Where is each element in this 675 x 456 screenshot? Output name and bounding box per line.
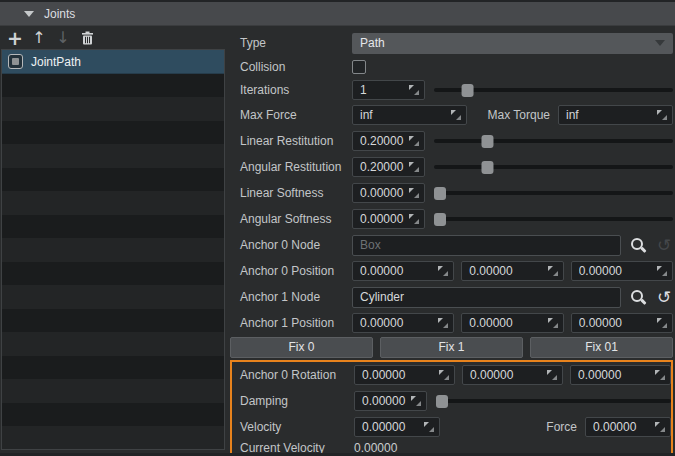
damping-slider[interactable]	[436, 395, 671, 408]
anchor0-position-z-value[interactable]	[579, 264, 652, 278]
anchor1-node-value[interactable]	[360, 290, 613, 304]
drag-handle-icon[interactable]	[656, 109, 668, 121]
angular-softness-label: Angular Softness	[230, 212, 352, 226]
iterations-input[interactable]	[352, 80, 425, 100]
anchor0-rotation-x-value[interactable]	[362, 368, 434, 382]
linear-restitution-value[interactable]	[360, 134, 404, 148]
move-up-button[interactable]: ↑	[27, 28, 51, 48]
anchor0-rotation-x-input[interactable]	[354, 365, 455, 385]
max-torque-value[interactable]	[566, 108, 652, 122]
collision-checkbox[interactable]	[352, 60, 366, 74]
anchor0-node-pick-button[interactable]	[629, 236, 647, 254]
max-force-input[interactable]	[352, 105, 467, 125]
linear-softness-value[interactable]	[360, 186, 404, 200]
damping-input[interactable]	[354, 391, 427, 411]
velocity-input[interactable]	[354, 417, 440, 437]
anchor0-rotation-y-value[interactable]	[470, 368, 542, 382]
anchor1-position-z-input[interactable]	[571, 313, 673, 333]
angular-restitution-slider[interactable]	[434, 161, 673, 174]
drag-handle-icon[interactable]	[656, 317, 668, 329]
drag-handle-icon[interactable]	[408, 213, 420, 225]
anchor0-position-y-input[interactable]	[461, 261, 563, 281]
drag-handle-icon[interactable]	[410, 395, 422, 407]
drag-handle-icon[interactable]	[408, 161, 420, 173]
drag-handle-icon[interactable]	[547, 265, 559, 277]
linear-restitution-input[interactable]	[352, 131, 425, 151]
move-down-button[interactable]: ↓	[51, 28, 75, 48]
angular-restitution-slider-thumb[interactable]	[482, 161, 494, 174]
iterations-slider[interactable]	[434, 84, 673, 97]
anchor1-node-input[interactable]	[352, 287, 621, 308]
velocity-value[interactable]	[362, 420, 419, 434]
anchor1-node-pick-button[interactable]	[629, 288, 647, 306]
drag-handle-icon[interactable]	[408, 187, 420, 199]
anchor1-position-x-value[interactable]	[360, 316, 433, 330]
slider-track[interactable]	[434, 217, 673, 221]
drag-handle-icon[interactable]	[656, 265, 668, 277]
collapse-arrow-icon[interactable]	[24, 11, 34, 17]
joints-section-header[interactable]: Joints	[0, 2, 675, 26]
anchor1-position-x-input[interactable]	[352, 313, 454, 333]
drag-handle-icon[interactable]	[438, 369, 450, 381]
anchor0-position-y-value[interactable]	[469, 264, 542, 278]
anchor0-rotation-z-value[interactable]	[578, 368, 650, 382]
anchor0-rotation-y-input[interactable]	[462, 365, 563, 385]
drag-handle-icon[interactable]	[450, 109, 462, 121]
slider-track[interactable]	[434, 165, 673, 169]
anchor0-node-reset-button[interactable]: ↺	[655, 236, 673, 254]
joint-list-item-jointpath[interactable]: JointPath	[2, 50, 224, 74]
anchor1-position-y-input[interactable]	[461, 313, 563, 333]
drag-handle-icon[interactable]	[654, 369, 666, 381]
linear-softness-slider[interactable]	[434, 187, 673, 200]
slider-track[interactable]	[434, 191, 673, 195]
drag-handle-icon[interactable]	[546, 369, 558, 381]
anchor0-rotation-z-input[interactable]	[570, 365, 671, 385]
angular-restitution-input[interactable]	[352, 157, 425, 177]
angular-softness-slider-thumb[interactable]	[434, 213, 446, 226]
anchor1-position-z-value[interactable]	[579, 316, 652, 330]
joint-list-toolbar: + ↑ ↓	[3, 28, 99, 48]
force-value[interactable]	[593, 420, 650, 434]
linear-softness-input[interactable]	[352, 183, 425, 203]
type-dropdown[interactable]: Path	[352, 33, 673, 54]
angular-restitution-value[interactable]	[360, 160, 404, 174]
slider-track[interactable]	[436, 399, 671, 403]
drag-handle-icon[interactable]	[408, 135, 420, 147]
delete-joint-button[interactable]	[75, 28, 99, 48]
drag-handle-icon[interactable]	[423, 421, 435, 433]
linear-restitution-label: Linear Restitution	[230, 134, 352, 148]
drag-handle-icon[interactable]	[437, 265, 449, 277]
drag-handle-icon[interactable]	[547, 317, 559, 329]
drag-handle-icon[interactable]	[408, 84, 420, 96]
anchor1-position-y-value[interactable]	[469, 316, 542, 330]
damping-slider-thumb[interactable]	[436, 395, 448, 408]
linear-softness-slider-thumb[interactable]	[434, 187, 446, 200]
anchor1-node-reset-button[interactable]: ↺	[655, 288, 673, 306]
angular-softness-input[interactable]	[352, 209, 425, 229]
anchor0-position-x-input[interactable]	[352, 261, 454, 281]
angular-softness-value[interactable]	[360, 212, 404, 226]
anchor0-node-value[interactable]	[360, 238, 613, 252]
drag-handle-icon[interactable]	[437, 317, 449, 329]
anchor0-position-z-input[interactable]	[571, 261, 673, 281]
damping-value[interactable]	[362, 394, 406, 408]
linear-restitution-slider-thumb[interactable]	[482, 135, 494, 148]
anchor0-node-label: Anchor 0 Node	[230, 238, 352, 252]
angular-softness-slider[interactable]	[434, 213, 673, 226]
drag-handle-icon[interactable]	[654, 421, 666, 433]
anchor0-node-input[interactable]	[352, 235, 621, 256]
fix-0-button[interactable]: Fix 0	[230, 337, 373, 358]
fix-1-button[interactable]: Fix 1	[380, 337, 523, 358]
slider-track[interactable]	[434, 139, 673, 143]
fix-01-button[interactable]: Fix 01	[530, 337, 673, 358]
max-force-value[interactable]	[360, 108, 446, 122]
add-joint-button[interactable]: +	[3, 28, 27, 48]
max-torque-input[interactable]	[558, 105, 673, 125]
joint-list[interactable]: JointPath	[1, 49, 225, 450]
iterations-slider-thumb[interactable]	[461, 84, 473, 97]
iterations-value[interactable]	[360, 83, 404, 97]
anchor0-position-x-value[interactable]	[360, 264, 433, 278]
linear-restitution-slider[interactable]	[434, 135, 673, 148]
angular-restitution-label: Angular Restitution	[230, 160, 352, 174]
force-input[interactable]	[585, 417, 671, 437]
